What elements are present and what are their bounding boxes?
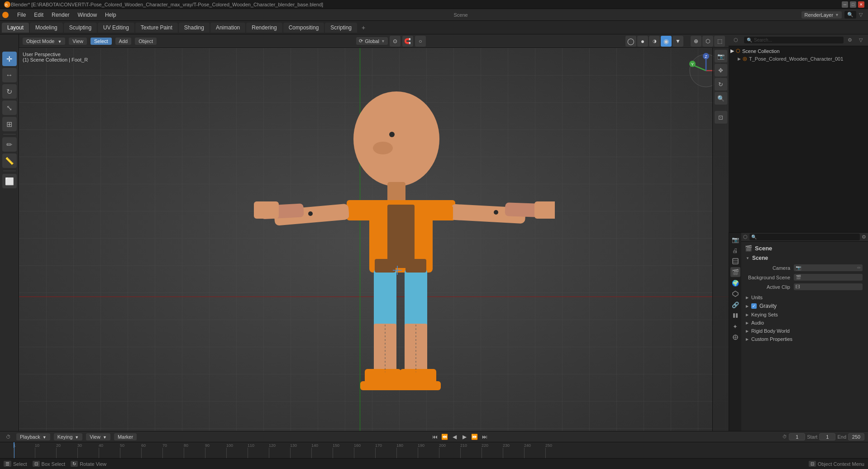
zoom-view-btn[interactable]: 🔍 [715, 92, 727, 105]
scale-tool[interactable]: ⤡ [2, 100, 17, 115]
material-preview-btn[interactable]: ◑ [649, 36, 660, 47]
play-btn[interactable]: ▶ [460, 433, 469, 441]
play-reverse-btn[interactable]: ◀ [450, 433, 459, 441]
tab-modeling[interactable]: Modeling [30, 23, 63, 33]
rotate-view-btn[interactable]: ↻ [715, 78, 727, 91]
rotate-tool[interactable]: ↻ [2, 84, 17, 99]
menu-window[interactable]: Window [74, 11, 100, 19]
search-bar-top[interactable]: 🔍 [844, 11, 856, 19]
add-workspace-tab[interactable]: + [358, 22, 369, 33]
solid-mode-btn[interactable]: ● [637, 36, 648, 47]
start-frame-input[interactable]: 1 [819, 433, 835, 440]
tab-layout[interactable]: Layout [2, 23, 29, 33]
box-select-key: ⊡ [33, 461, 40, 467]
units-section[interactable]: ▶ Units [743, 293, 866, 302]
outliner-type-icon[interactable]: ⬡ [731, 36, 740, 45]
tab-shading[interactable]: Shading [179, 23, 210, 33]
prev-keyframe-btn[interactable]: ⏪ [440, 433, 449, 441]
rendered-mode-btn[interactable]: ◉ [661, 36, 672, 47]
active-clip-field[interactable]: 🎞 [794, 283, 863, 290]
transform-pivot-btn[interactable]: ⊙ [390, 36, 401, 47]
local-view-btn[interactable]: ⊡ [715, 111, 727, 124]
camera-row: Camera 📷 ✏ [743, 263, 866, 273]
move-view-btn[interactable]: ✥ [715, 64, 727, 77]
tab-sculpting[interactable]: Sculpting [64, 23, 97, 33]
rigid-body-world-section[interactable]: ▶ Rigid Body World [743, 327, 866, 335]
global-selector[interactable]: ⟳ Global ▼ [356, 37, 388, 45]
outliner-search[interactable]: 🔍 Search... [744, 37, 844, 43]
menu-render[interactable]: Render [48, 11, 73, 19]
end-frame-input[interactable]: 250 [848, 433, 864, 440]
render-layer-dropdown-icon: ▼ [835, 13, 839, 17]
view-layer-props-icon[interactable] [730, 256, 740, 266]
background-scene-field[interactable]: 🎬 [794, 274, 863, 281]
next-keyframe-btn[interactable]: ⏩ [470, 433, 479, 441]
gravity-section[interactable]: ▶ ✓ Gravity [743, 302, 866, 311]
overlays-btn[interactable]: ⬡ [702, 36, 713, 47]
jump-to-end-btn[interactable]: ⏭ [480, 433, 489, 441]
camera-view-btn[interactable]: 📷 [715, 50, 727, 62]
render-layer-selector[interactable]: RenderLayer ▼ [801, 11, 842, 19]
snap-btn[interactable]: 🧲 [402, 36, 413, 47]
world-props-icon[interactable]: 🌍 [730, 278, 740, 288]
props-search-bar[interactable]: 🔍 [749, 234, 860, 240]
object-props-icon[interactable] [730, 289, 740, 299]
constraints-props-icon[interactable]: 🔗 [730, 300, 740, 310]
particles-props-icon[interactable]: ✦ [730, 321, 740, 331]
outliner-filter-icon[interactable]: ▽ [856, 36, 865, 45]
menu-edit[interactable]: Edit [30, 11, 47, 19]
xray-btn[interactable]: ⬚ [714, 36, 725, 47]
menu-file[interactable]: File [14, 11, 29, 19]
jump-to-start-btn[interactable]: ⏮ [430, 433, 439, 441]
tab-compositing[interactable]: Compositing [283, 23, 324, 33]
render-props-icon[interactable]: 📷 [730, 234, 740, 244]
scene-props-icon[interactable]: 🎬 [730, 267, 740, 277]
current-frame-input[interactable]: 1 [789, 433, 805, 440]
object-menu[interactable]: Object [135, 38, 157, 45]
timeline-content[interactable]: 1 10 20 30 40 50 60 70 80 90 [0, 442, 868, 458]
shading-options-btn[interactable]: ▼ [672, 36, 683, 47]
tab-uv-editing[interactable]: UV Editing [98, 23, 134, 33]
audio-section[interactable]: ▶ Audio [743, 319, 866, 327]
select-menu[interactable]: Select [91, 38, 112, 45]
gizmo-toggle-btn[interactable]: ⊕ [691, 36, 701, 47]
menu-help[interactable]: Help [101, 11, 120, 19]
timeline-type-icon[interactable]: ⏱ [4, 432, 13, 441]
viewport-canvas[interactable]: User Perspective (1) Scene Collection | … [19, 48, 729, 431]
frame-bar-1 [14, 448, 14, 458]
close-button[interactable]: ✕ [858, 1, 864, 8]
tab-texture-paint[interactable]: Texture Paint [135, 23, 178, 33]
camera-value-field[interactable]: 📷 ✏ [794, 264, 863, 271]
keying-menu[interactable]: Keying ▼ [54, 433, 83, 440]
tab-rendering[interactable]: Rendering [246, 23, 282, 33]
measure-tool[interactable]: 📏 [2, 153, 17, 168]
output-props-icon[interactable]: 🖨 [730, 245, 740, 255]
maximize-button[interactable]: □ [850, 1, 856, 8]
annotate-tool[interactable]: ✏ [2, 137, 17, 152]
add-cube-tool[interactable]: ⬜ [2, 174, 17, 188]
marker-menu[interactable]: Marker [114, 433, 137, 440]
outliner-options-icon[interactable]: ⚙ [845, 36, 854, 45]
keying-sets-section[interactable]: ▶ Keying Sets [743, 311, 866, 319]
svg-point-32 [494, 210, 498, 215]
modifiers-props-icon[interactable] [730, 311, 740, 321]
tab-scripting[interactable]: Scripting [325, 23, 357, 33]
proportional-edit-btn[interactable]: ○ [415, 36, 426, 47]
gravity-checkbox[interactable]: ✓ [751, 303, 757, 309]
physics-props-icon[interactable] [730, 332, 740, 342]
add-menu[interactable]: Add [115, 38, 132, 45]
playback-menu[interactable]: Playback ▼ [16, 433, 50, 440]
scene-collection-header[interactable]: ▶ ⬡ Scene Collection [729, 47, 868, 55]
transform-tool[interactable]: ⊞ [2, 117, 17, 131]
mode-selector[interactable]: Object Mode ▼ [23, 38, 65, 45]
collection-child-item[interactable]: ▶ ◎ T_Pose_Colored_Wooden_Character_001 [729, 55, 868, 62]
minimize-button[interactable]: ─ [842, 1, 848, 8]
cursor-tool[interactable]: ✛ [2, 52, 17, 66]
scene-section-header[interactable]: ▼ Scene [743, 253, 866, 263]
wireframe-mode-btn[interactable]: ◯ [625, 36, 636, 47]
move-tool[interactable]: ↔ [2, 68, 17, 82]
view-timeline-menu[interactable]: View ▼ [86, 433, 110, 440]
tab-animation[interactable]: Animation [210, 23, 245, 33]
custom-properties-section[interactable]: ▶ Custom Properties [743, 335, 866, 343]
view-menu[interactable]: View [69, 38, 87, 45]
